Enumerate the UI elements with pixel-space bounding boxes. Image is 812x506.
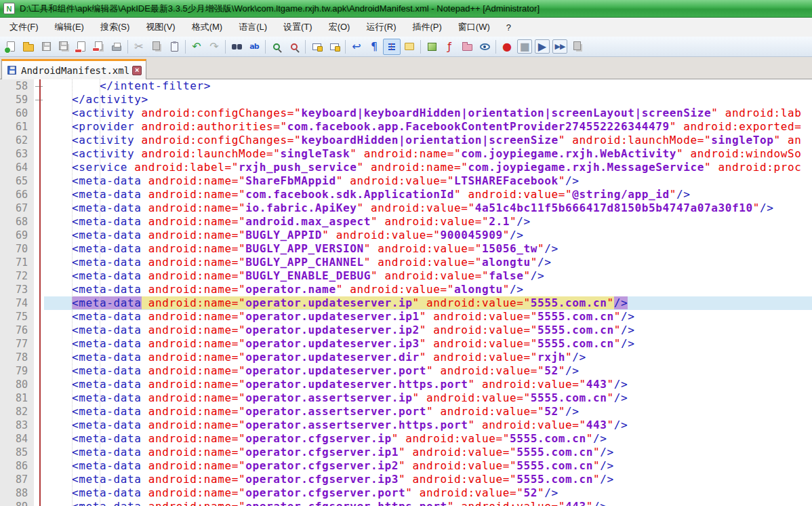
toolbar-button-playback-macro[interactable]: ▶ bbox=[535, 39, 550, 54]
undo-icon: ↶ bbox=[192, 41, 201, 52]
toolbar-button-paste[interactable] bbox=[165, 39, 183, 55]
save-all-icon bbox=[59, 41, 68, 50]
fold-margin bbox=[34, 93, 44, 106]
code-line[interactable]: 85 <meta-data android:name="operator.cfg… bbox=[0, 446, 812, 459]
code-line[interactable]: 82 <meta-data android:name="operator.ass… bbox=[0, 405, 812, 419]
toolbar-separator bbox=[495, 40, 496, 54]
toolbar-button-record-macro[interactable]: ● bbox=[498, 39, 516, 55]
toolbar-separator bbox=[127, 40, 128, 54]
tab-androidmanifest[interactable]: AndroidManifest.xml × bbox=[1, 59, 146, 79]
code-line[interactable]: 77 <meta-data android:name="operator.upd… bbox=[0, 337, 812, 351]
code-line[interactable]: 70 <meta-data android:name="BUGLY_APP_VE… bbox=[0, 242, 812, 256]
toolbar-button-show-all-characters[interactable]: ¶ bbox=[365, 39, 383, 55]
menu-item[interactable]: 插件(P) bbox=[404, 18, 449, 37]
toolbar-button-document-monitor[interactable] bbox=[476, 39, 493, 55]
fold-margin bbox=[34, 242, 44, 256]
menu-item[interactable]: 视图(V) bbox=[138, 18, 183, 37]
code-line[interactable]: 76 <meta-data android:name="operator.upd… bbox=[0, 324, 812, 337]
toolbar-button-undo[interactable]: ↶ bbox=[188, 39, 205, 55]
code-line[interactable]: 62 <activity android:configChanges="keyb… bbox=[0, 134, 812, 147]
code-line[interactable]: 73 <meta-data android:name="operator.nam… bbox=[0, 283, 812, 296]
toolbar-button-find[interactable] bbox=[228, 39, 245, 55]
code-line[interactable]: 75 <meta-data android:name="operator.upd… bbox=[0, 310, 812, 324]
toolbar-button-new-file[interactable] bbox=[2, 39, 20, 55]
toolbar-button-sync-scroll-horizontal[interactable] bbox=[325, 39, 343, 55]
code-line[interactable]: 59 </activity> bbox=[0, 93, 812, 106]
code-text: <activity android:configChanges="keyboar… bbox=[44, 134, 812, 147]
code-line[interactable]: 58 </intent-filter> bbox=[0, 79, 812, 93]
code-line[interactable]: 63 <activity android:launchMode="singleT… bbox=[0, 147, 812, 161]
menu-item[interactable]: 文件(F) bbox=[1, 18, 47, 37]
code-line[interactable]: 69 <meta-data android:name="BUGLY_APPID"… bbox=[0, 229, 812, 242]
menu-item[interactable]: 窗口(W) bbox=[450, 18, 498, 37]
toolbar-button-document-map[interactable] bbox=[423, 39, 441, 55]
code-line[interactable]: 64 <service android:label="rxjh_push_ser… bbox=[0, 161, 812, 174]
toolbar-button-sync-scroll-vertical[interactable] bbox=[308, 39, 325, 55]
line-number: 82 bbox=[0, 405, 34, 419]
fold-margin bbox=[34, 446, 44, 459]
toolbar-button-user-defined-language[interactable] bbox=[401, 39, 418, 55]
toolbar-button-folder-as-workspace[interactable] bbox=[458, 39, 476, 55]
toolbar-button-close-file[interactable] bbox=[73, 39, 90, 55]
word-wrap-icon: ↩ bbox=[352, 41, 361, 52]
code-line[interactable]: 86 <meta-data android:name="operator.cfg… bbox=[0, 459, 812, 473]
toolbar-button-zoom-out[interactable] bbox=[285, 39, 303, 55]
code-line-highlighted[interactable]: 74 <meta-data android:name="operator.upd… bbox=[0, 296, 812, 310]
fold-margin bbox=[34, 432, 44, 446]
code-line[interactable]: 81 <meta-data android:name="operator.ass… bbox=[0, 391, 812, 405]
toolbar-button-open-file[interactable] bbox=[20, 39, 37, 55]
fold-margin bbox=[34, 459, 44, 473]
code-text: <meta-data android:name="operator.cfgser… bbox=[44, 486, 812, 500]
toolbar-button-zoom-in[interactable] bbox=[268, 39, 285, 55]
toolbar-button-word-wrap[interactable]: ↩ bbox=[348, 39, 365, 55]
code-line[interactable]: 80 <meta-data android:name="operator.upd… bbox=[0, 378, 812, 391]
code-line[interactable]: 72 <meta-data android:name="BUGLY_ENABLE… bbox=[0, 269, 812, 283]
menu-item[interactable]: 格式(M) bbox=[184, 18, 231, 37]
code-text: <meta-data android:name="operator.update… bbox=[44, 296, 812, 310]
line-number: 62 bbox=[0, 134, 34, 147]
toolbar-button-print[interactable] bbox=[108, 39, 125, 55]
paste-icon bbox=[171, 42, 178, 52]
code-line[interactable]: 66 <meta-data android:name="com.facebook… bbox=[0, 188, 812, 201]
code-line[interactable]: 68 <meta-data android:name="android.max_… bbox=[0, 215, 812, 229]
code-line[interactable]: 61 <provider android:authorities="com.fa… bbox=[0, 120, 812, 134]
sync-scroll-vertical-icon bbox=[312, 43, 321, 50]
menu-item[interactable]: ? bbox=[498, 19, 519, 36]
editor-area[interactable]: 58 </intent-filter>59 </activity>60 <act… bbox=[0, 79, 812, 506]
code-line[interactable]: 71 <meta-data android:name="BUGLY_APP_CH… bbox=[0, 256, 812, 269]
tab-close-icon[interactable]: × bbox=[132, 66, 142, 75]
redo-icon: ↷ bbox=[209, 41, 218, 52]
code-line[interactable]: 84 <meta-data android:name="operator.cfg… bbox=[0, 432, 812, 446]
code-line[interactable]: 79 <meta-data android:name="operator.upd… bbox=[0, 364, 812, 378]
code-line[interactable]: 78 <meta-data android:name="operator.upd… bbox=[0, 351, 812, 364]
toolbar-button-function-list[interactable]: ƒ bbox=[441, 39, 458, 55]
code-line[interactable]: 65 <meta-data android:name="ShareFbMAppi… bbox=[0, 174, 812, 188]
menu-item[interactable]: 语言(L) bbox=[230, 18, 275, 37]
code-line[interactable]: 67 <meta-data android:name="io.fabric.Ap… bbox=[0, 201, 812, 215]
menu-item[interactable]: 运行(R) bbox=[358, 18, 404, 37]
toolbar-button-close-all[interactable] bbox=[90, 39, 108, 55]
line-number: 68 bbox=[0, 215, 34, 229]
menu-item[interactable]: 编辑(E) bbox=[47, 18, 92, 37]
code-line[interactable]: 60 <activity android:configChanges="keyb… bbox=[0, 106, 812, 120]
line-number: 65 bbox=[0, 174, 34, 188]
toolbar-separator bbox=[345, 40, 346, 54]
code-line[interactable]: 89 <meta-data android:name="operator.cfg… bbox=[0, 500, 812, 506]
code-line[interactable]: 88 <meta-data android:name="operator.cfg… bbox=[0, 486, 812, 500]
menu-item[interactable]: 搜索(S) bbox=[92, 18, 138, 37]
menu-item[interactable]: 设置(T) bbox=[275, 18, 321, 37]
line-number: 73 bbox=[0, 283, 34, 296]
fold-margin bbox=[34, 174, 44, 188]
toolbar-separator bbox=[185, 40, 186, 54]
toolbar-button-indent-guide[interactable] bbox=[383, 39, 401, 55]
toolbar-button-replace[interactable]: ab bbox=[245, 39, 263, 55]
fold-margin bbox=[34, 201, 44, 215]
notepadpp-icon: N bbox=[3, 3, 15, 14]
toolbar-button-run-macro-multiple-times[interactable]: ▶▶ bbox=[552, 39, 567, 54]
code-line[interactable]: 87 <meta-data android:name="operator.cfg… bbox=[0, 473, 812, 486]
line-number: 77 bbox=[0, 337, 34, 351]
line-number: 72 bbox=[0, 269, 34, 283]
menu-item[interactable]: 宏(O) bbox=[321, 18, 359, 37]
code-line[interactable]: 83 <meta-data android:name="operator.ass… bbox=[0, 419, 812, 432]
sync-scroll-horizontal-icon bbox=[330, 43, 339, 50]
